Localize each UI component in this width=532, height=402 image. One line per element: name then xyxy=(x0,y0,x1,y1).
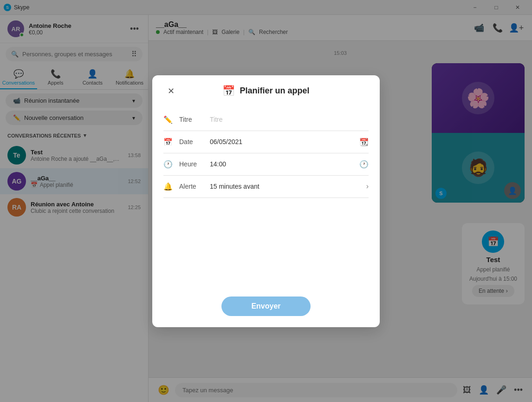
modal-header: ✕ 📅 Planifier un appel xyxy=(152,75,380,105)
date-label: Date xyxy=(179,138,203,145)
send-button[interactable]: Envoyer xyxy=(221,297,310,316)
modal-field-date: 📅 Date 06/05/2021 📆 xyxy=(163,131,369,153)
modal-field-alerte: 🔔 Alerte 15 minutes avant › xyxy=(163,176,369,198)
clock-picker-icon[interactable]: 🕐 xyxy=(359,160,369,169)
modal-close-button[interactable]: ✕ xyxy=(163,84,178,99)
clock-icon: 🕐 xyxy=(163,160,173,169)
schedule-call-icon: 📅 xyxy=(222,85,235,97)
modal-field-heure: 🕐 Heure 14:00 🕐 xyxy=(163,153,369,176)
calendar-picker-icon[interactable]: 📆 xyxy=(359,138,369,146)
alerte-value: 15 minutes avant xyxy=(210,183,360,190)
heure-label: Heure xyxy=(179,160,203,168)
modal-overlay[interactable]: ✕ 📅 Planifier un appel ✏️ Titre 📅 Date 0… xyxy=(0,0,532,402)
modal-footer: Envoyer xyxy=(152,285,380,327)
modal-title: Planifier un appel xyxy=(240,86,309,96)
date-value: 06/05/2021 xyxy=(210,138,353,145)
heure-value: 14:00 xyxy=(210,160,353,168)
alerte-chevron-icon[interactable]: › xyxy=(366,182,369,191)
title-input[interactable] xyxy=(210,116,369,123)
title-label: Titre xyxy=(179,116,203,123)
calendar-icon: 📅 xyxy=(163,138,173,146)
bell-icon: 🔔 xyxy=(163,182,173,191)
modal-title-wrap: 📅 Planifier un appel xyxy=(178,85,354,97)
modal-field-title: ✏️ Titre xyxy=(163,109,369,131)
pencil-icon: ✏️ xyxy=(163,115,173,124)
modal-spacer xyxy=(152,202,380,285)
alerte-label: Alerte xyxy=(179,183,203,190)
modal-body: ✏️ Titre 📅 Date 06/05/2021 📆 🕐 Heure 14:… xyxy=(152,105,380,202)
schedule-call-modal: ✕ 📅 Planifier un appel ✏️ Titre 📅 Date 0… xyxy=(152,75,380,327)
